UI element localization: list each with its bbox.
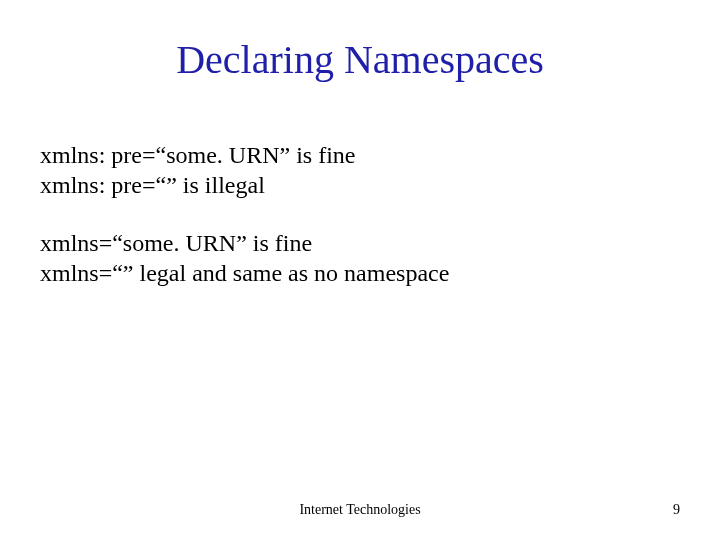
paragraph-2: xmlns=“some. URN” is fine xmlns=“” legal… <box>40 228 680 288</box>
page-number: 9 <box>673 502 680 518</box>
slide: Declaring Namespaces xmlns: pre=“some. U… <box>0 0 720 540</box>
text-line: xmlns: pre=“some. URN” is fine <box>40 140 680 170</box>
slide-title: Declaring Namespaces <box>0 36 720 83</box>
slide-body: xmlns: pre=“some. URN” is fine xmlns: pr… <box>40 140 680 316</box>
paragraph-1: xmlns: pre=“some. URN” is fine xmlns: pr… <box>40 140 680 200</box>
text-line: xmlns=“some. URN” is fine <box>40 228 680 258</box>
footer-text: Internet Technologies <box>0 502 720 518</box>
text-line: xmlns: pre=“” is illegal <box>40 170 680 200</box>
text-line: xmlns=“” legal and same as no namespace <box>40 258 680 288</box>
